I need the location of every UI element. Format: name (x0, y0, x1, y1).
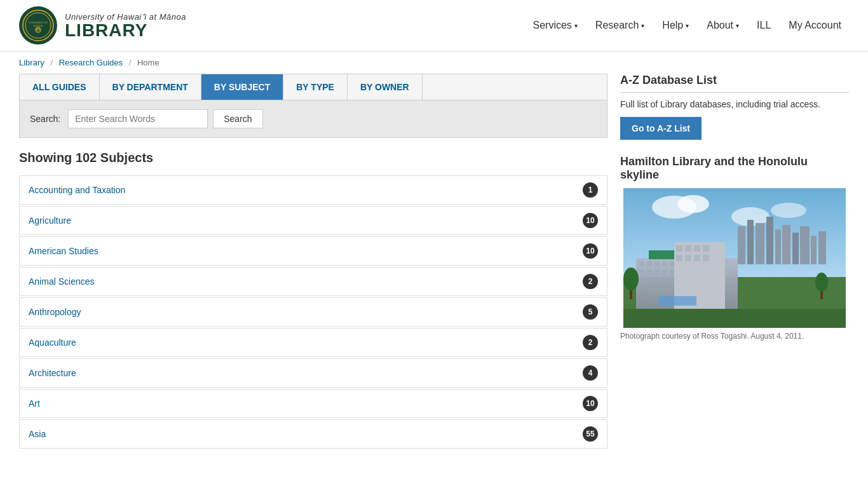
subject-link[interactable]: Architecture (29, 368, 76, 378)
main-layout: ALL GUIDES BY DEPARTMENT BY SUBJECT BY T… (0, 74, 868, 468)
breadcrumb-current: Home (137, 58, 159, 67)
list-item[interactable]: American Studies 10 (19, 236, 607, 266)
tab-by-type[interactable]: BY TYPE (283, 74, 348, 100)
az-section-description: Full list of Library databases, includin… (620, 99, 849, 109)
svg-rect-26 (662, 261, 667, 266)
subject-link[interactable]: American Studies (29, 246, 98, 256)
list-item[interactable]: Asia 55 (19, 419, 607, 449)
svg-point-10 (771, 203, 806, 218)
tab-by-department[interactable]: BY DEPARTMENT (100, 74, 201, 100)
breadcrumb-sep-2: / (129, 58, 132, 67)
hamilton-image-title: Hamilton Library and the Honolulu skylin… (620, 155, 849, 182)
svg-rect-43 (703, 255, 709, 261)
svg-rect-13 (756, 223, 764, 264)
photo-credit: Photograph courtesy of Ross Togashi. Aug… (620, 332, 849, 341)
svg-rect-27 (670, 261, 675, 266)
list-item[interactable]: Agriculture 10 (19, 206, 607, 235)
university-seal: UNIVERSITY OF HAWAII ✿ (19, 6, 57, 44)
subject-link[interactable]: Art (29, 398, 40, 409)
list-item[interactable]: Accounting and Taxation 1 (19, 175, 607, 205)
hamilton-image (620, 188, 849, 328)
search-label: Search: (30, 114, 60, 124)
svg-rect-25 (654, 261, 660, 266)
subject-link[interactable]: Agriculture (29, 215, 71, 226)
subject-link[interactable]: Aquaculture (29, 337, 76, 348)
list-item[interactable]: Aquaculture 2 (19, 328, 607, 357)
svg-rect-38 (694, 245, 700, 252)
guide-tabs: ALL GUIDES BY DEPARTMENT BY SUBJECT BY T… (19, 74, 607, 100)
list-item[interactable]: Anthropology 5 (19, 297, 607, 327)
subject-count-badge: 5 (583, 304, 598, 320)
logo-area: UNIVERSITY OF HAWAII ✿ University of Haw… (19, 6, 186, 44)
search-button[interactable]: Search (213, 109, 262, 128)
main-nav: Services ▾ Research ▾ Help ▾ About ▾ ILL… (525, 15, 849, 36)
breadcrumb: Library / Research Guides / Home (0, 51, 868, 74)
svg-rect-20 (818, 231, 826, 264)
breadcrumb-research-guides[interactable]: Research Guides (59, 58, 123, 67)
svg-rect-33 (670, 269, 675, 274)
subject-count-badge: 10 (583, 243, 598, 259)
site-header: UNIVERSITY OF HAWAII ✿ University of Haw… (0, 0, 868, 51)
svg-rect-24 (647, 261, 652, 266)
content-left: ALL GUIDES BY DEPARTMENT BY SUBJECT BY T… (19, 74, 607, 449)
nav-about[interactable]: About ▾ (699, 15, 747, 36)
svg-rect-37 (685, 245, 691, 252)
svg-rect-16 (782, 225, 790, 264)
svg-rect-19 (811, 236, 817, 264)
sidebar: A-Z Database List Full list of Library d… (620, 74, 849, 449)
search-input[interactable] (68, 109, 208, 128)
az-section: A-Z Database List Full list of Library d… (620, 74, 849, 140)
hamilton-image-section: Hamilton Library and the Honolulu skylin… (620, 155, 849, 341)
tab-all-guides[interactable]: ALL GUIDES (20, 74, 100, 100)
svg-rect-23 (639, 261, 644, 266)
nav-services[interactable]: Services ▾ (525, 15, 585, 36)
subject-link[interactable]: Asia (29, 429, 46, 439)
showing-count: Showing 102 Subjects (19, 151, 607, 165)
svg-rect-32 (662, 269, 667, 274)
svg-rect-44 (658, 296, 696, 306)
list-item[interactable]: Animal Sciences 2 (19, 267, 607, 296)
subject-link[interactable]: Anthropology (29, 307, 81, 317)
svg-rect-41 (685, 255, 691, 261)
svg-rect-15 (775, 229, 781, 264)
svg-rect-30 (647, 269, 652, 274)
subject-count-badge: 4 (583, 365, 598, 381)
tab-by-subject[interactable]: BY SUBJECT (201, 74, 283, 100)
help-dropdown-icon: ▾ (686, 22, 689, 29)
breadcrumb-sep-1: / (50, 58, 53, 67)
subject-link[interactable]: Animal Sciences (29, 276, 95, 287)
svg-point-48 (815, 273, 828, 292)
library-name: LIBRARY (65, 22, 186, 39)
nav-myaccount[interactable]: My Account (781, 15, 849, 36)
nav-ill[interactable]: ILL (749, 15, 778, 36)
subject-count-badge: 55 (583, 426, 598, 442)
svg-point-46 (623, 268, 639, 290)
subject-count-badge: 1 (583, 182, 598, 198)
list-item[interactable]: Architecture 4 (19, 358, 607, 388)
az-section-title: A-Z Database List (620, 74, 849, 93)
logo-text: University of Hawaiʻi at Mānoa LIBRARY (65, 12, 186, 39)
subject-count-badge: 2 (583, 274, 598, 289)
subject-list: Accounting and Taxation 1 Agriculture 10… (19, 175, 607, 449)
tab-by-owner[interactable]: BY OWNER (348, 74, 423, 100)
nav-help[interactable]: Help ▾ (654, 15, 696, 36)
go-to-az-list-button[interactable]: Go to A-Z List (620, 117, 702, 140)
subject-count-badge: 10 (583, 396, 598, 411)
search-bar: Search: Search (19, 100, 607, 138)
services-dropdown-icon: ▾ (574, 22, 578, 29)
subject-count-badge: 2 (583, 335, 598, 350)
svg-rect-36 (676, 245, 682, 252)
svg-rect-17 (792, 233, 799, 264)
research-dropdown-icon: ▾ (641, 22, 644, 29)
list-item[interactable]: Art 10 (19, 389, 607, 418)
subject-count-badge: 10 (583, 213, 598, 228)
svg-rect-11 (738, 226, 745, 264)
svg-rect-14 (766, 217, 773, 264)
svg-rect-29 (639, 269, 644, 274)
svg-rect-39 (703, 245, 709, 252)
nav-research[interactable]: Research ▾ (588, 15, 652, 36)
subject-link[interactable]: Accounting and Taxation (29, 185, 125, 195)
about-dropdown-icon: ▾ (736, 22, 739, 29)
svg-point-8 (677, 195, 709, 213)
breadcrumb-library[interactable]: Library (19, 58, 44, 67)
